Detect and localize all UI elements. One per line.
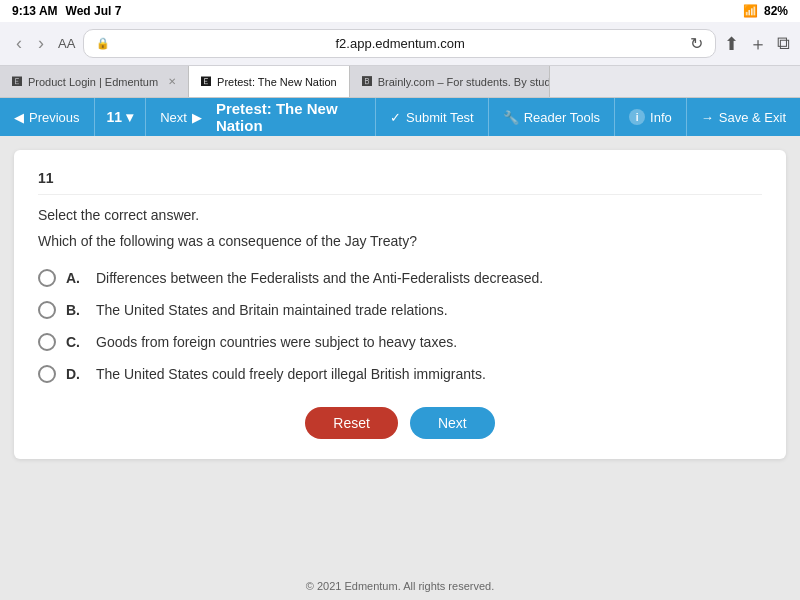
option-a-text: Differences between the Federalists and … xyxy=(96,270,543,286)
reload-button[interactable]: ↻ xyxy=(690,34,703,53)
previous-icon: ◀ xyxy=(14,110,24,125)
option-c-text: Goods from foreign countries were subjec… xyxy=(96,334,457,350)
wrench-icon: 🔧 xyxy=(503,110,519,125)
next-button-toolbar[interactable]: Next ▶ xyxy=(146,98,216,136)
tab-label-2: Pretest: The New Nation xyxy=(217,76,337,88)
new-tab-button[interactable]: ＋ xyxy=(749,32,767,56)
info-button[interactable]: i Info xyxy=(614,98,686,136)
lock-icon: 🔒 xyxy=(96,37,110,50)
save-icon: → xyxy=(701,110,714,125)
question-instruction: Select the correct answer. xyxy=(38,207,762,223)
date-display: Wed Jul 7 xyxy=(66,4,122,18)
option-d-text: The United States could freely deport il… xyxy=(96,366,486,382)
wifi-icon: 📶 xyxy=(743,4,758,18)
question-number-selector[interactable]: 11 ▾ xyxy=(95,98,147,136)
action-buttons: Reset Next xyxy=(38,407,762,439)
question-card: 11 Select the correct answer. Which of t… xyxy=(14,150,786,459)
option-d[interactable]: D. The United States could freely deport… xyxy=(38,365,762,383)
next-button[interactable]: Next xyxy=(410,407,495,439)
next-icon: ▶ xyxy=(192,110,202,125)
tab-pretest[interactable]: 🅴 Pretest: The New Nation xyxy=(189,66,350,97)
option-b-label: B. xyxy=(66,302,86,318)
toolbar-right: ✓ Submit Test 🔧 Reader Tools i Info → Sa… xyxy=(375,98,800,136)
option-b-text: The United States and Britain maintained… xyxy=(96,302,448,318)
radio-c[interactable] xyxy=(38,333,56,351)
back-button[interactable]: ‹ xyxy=(10,31,28,56)
content-area: 11 Select the correct answer. Which of t… xyxy=(0,136,800,572)
time-display: 9:13 AM xyxy=(12,4,58,18)
info-icon: i xyxy=(629,109,645,125)
option-d-label: D. xyxy=(66,366,86,382)
status-bar: 9:13 AM Wed Jul 7 📶 82% xyxy=(0,0,800,22)
question-text: Which of the following was a consequence… xyxy=(38,233,762,249)
tab-favicon-2: 🅴 xyxy=(201,76,211,87)
tabs-button[interactable]: ⧉ xyxy=(777,33,790,54)
copyright-text: © 2021 Edmentum. All rights reserved. xyxy=(306,580,494,592)
option-a-label: A. xyxy=(66,270,86,286)
radio-a[interactable] xyxy=(38,269,56,287)
tab-favicon-3: 🅱 xyxy=(362,76,372,87)
forward-button[interactable]: › xyxy=(32,31,50,56)
address-bar[interactable]: 🔒 f2.app.edmentum.com ↻ xyxy=(83,29,716,58)
browser-chrome: ‹ › AA 🔒 f2.app.edmentum.com ↻ ⬆ ＋ ⧉ xyxy=(0,22,800,66)
option-b[interactable]: B. The United States and Britain maintai… xyxy=(38,301,762,319)
tab-close-1[interactable]: ✕ xyxy=(168,76,176,87)
app-toolbar: ◀ Previous 11 ▾ Next ▶ Pretest: The New … xyxy=(0,98,800,136)
reset-button[interactable]: Reset xyxy=(305,407,398,439)
tab-label-3: Brainly.com – For students. By students. xyxy=(378,76,550,88)
url-display: f2.app.edmentum.com xyxy=(116,36,684,51)
tab-brainly[interactable]: 🅱 Brainly.com – For students. By student… xyxy=(350,66,550,97)
option-c[interactable]: C. Goods from foreign countries were sub… xyxy=(38,333,762,351)
browser-tabs: 🅴 Product Login | Edmentum ✕ 🅴 Pretest: … xyxy=(0,66,800,98)
tab-label-1: Product Login | Edmentum xyxy=(28,76,158,88)
answer-options: A. Differences between the Federalists a… xyxy=(38,269,762,383)
previous-button[interactable]: ◀ Previous xyxy=(0,98,95,136)
battery-display: 82% xyxy=(764,4,788,18)
radio-b[interactable] xyxy=(38,301,56,319)
save-exit-button[interactable]: → Save & Exit xyxy=(686,98,800,136)
toolbar-title: Pretest: The New Nation xyxy=(216,98,375,136)
footer: © 2021 Edmentum. All rights reserved. xyxy=(0,572,800,600)
tab-favicon-1: 🅴 xyxy=(12,76,22,87)
chevron-down-icon: ▾ xyxy=(126,109,133,125)
submit-test-button[interactable]: ✓ Submit Test xyxy=(375,98,488,136)
reader-mode-button[interactable]: AA xyxy=(58,36,75,51)
tab-product-login[interactable]: 🅴 Product Login | Edmentum ✕ xyxy=(0,66,189,97)
radio-d[interactable] xyxy=(38,365,56,383)
reader-tools-button[interactable]: 🔧 Reader Tools xyxy=(488,98,614,136)
question-number: 11 xyxy=(38,170,762,195)
submit-icon: ✓ xyxy=(390,110,401,125)
share-button[interactable]: ⬆ xyxy=(724,33,739,55)
option-a[interactable]: A. Differences between the Federalists a… xyxy=(38,269,762,287)
option-c-label: C. xyxy=(66,334,86,350)
